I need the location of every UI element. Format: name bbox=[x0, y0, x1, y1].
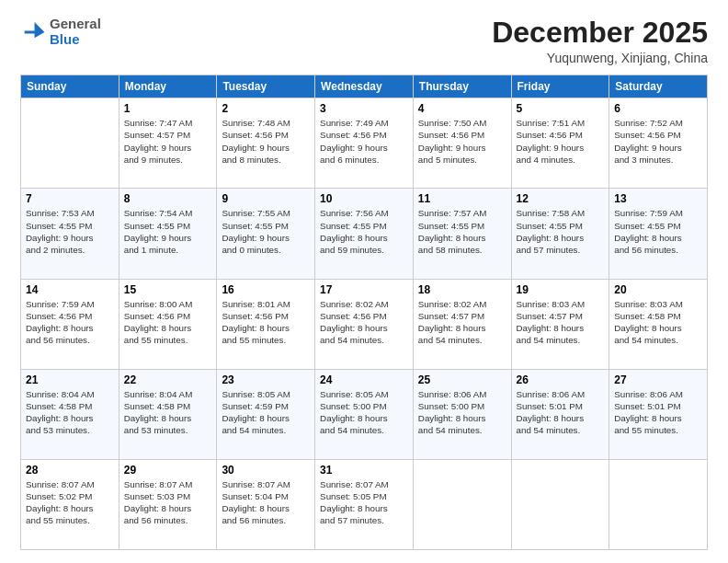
day-info: Sunrise: 7:50 AM Sunset: 4:56 PM Dayligh… bbox=[418, 117, 506, 166]
calendar-week-row: 28Sunrise: 8:07 AM Sunset: 5:02 PM Dayli… bbox=[21, 459, 708, 549]
day-number: 17 bbox=[320, 283, 408, 296]
calendar-day-cell: 17Sunrise: 8:02 AM Sunset: 4:56 PM Dayli… bbox=[315, 279, 414, 369]
calendar-week-row: 7Sunrise: 7:53 AM Sunset: 4:55 PM Daylig… bbox=[21, 189, 708, 279]
calendar-day-cell: 15Sunrise: 8:00 AM Sunset: 4:56 PM Dayli… bbox=[119, 279, 217, 369]
calendar-day-cell: 14Sunrise: 7:59 AM Sunset: 4:56 PM Dayli… bbox=[21, 279, 119, 369]
calendar-day-cell: 18Sunrise: 8:02 AM Sunset: 4:57 PM Dayli… bbox=[413, 279, 511, 369]
logo-icon bbox=[20, 19, 46, 45]
calendar-header-sunday: Sunday bbox=[21, 75, 119, 98]
day-number: 28 bbox=[26, 464, 114, 477]
calendar-day-cell: 5Sunrise: 7:51 AM Sunset: 4:56 PM Daylig… bbox=[511, 98, 609, 189]
day-number: 11 bbox=[418, 192, 506, 205]
day-info: Sunrise: 8:01 AM Sunset: 4:56 PM Dayligh… bbox=[222, 298, 310, 347]
day-number: 10 bbox=[320, 192, 408, 205]
day-info: Sunrise: 8:07 AM Sunset: 5:04 PM Dayligh… bbox=[222, 478, 310, 527]
header: General Blue December 2025 Yuqunweng, Xi… bbox=[20, 17, 708, 65]
calendar-day-cell: 25Sunrise: 8:06 AM Sunset: 5:00 PM Dayli… bbox=[413, 369, 511, 459]
calendar-header-wednesday: Wednesday bbox=[315, 75, 414, 98]
calendar-day-cell: 7Sunrise: 7:53 AM Sunset: 4:55 PM Daylig… bbox=[21, 189, 119, 279]
logo-text: General Blue bbox=[50, 17, 101, 47]
calendar-day-cell: 6Sunrise: 7:52 AM Sunset: 4:56 PM Daylig… bbox=[609, 98, 708, 189]
day-info: Sunrise: 8:03 AM Sunset: 4:57 PM Dayligh… bbox=[517, 298, 605, 347]
calendar-day-cell: 1Sunrise: 7:47 AM Sunset: 4:57 PM Daylig… bbox=[119, 98, 217, 189]
calendar-empty-cell bbox=[413, 459, 511, 549]
calendar-empty-cell bbox=[511, 459, 609, 549]
day-number: 6 bbox=[614, 102, 702, 115]
calendar-day-cell: 29Sunrise: 8:07 AM Sunset: 5:03 PM Dayli… bbox=[119, 459, 217, 549]
day-number: 25 bbox=[418, 373, 506, 386]
day-info: Sunrise: 8:07 AM Sunset: 5:02 PM Dayligh… bbox=[26, 478, 114, 527]
calendar-day-cell: 16Sunrise: 8:01 AM Sunset: 4:56 PM Dayli… bbox=[217, 279, 315, 369]
calendar-day-cell: 20Sunrise: 8:03 AM Sunset: 4:58 PM Dayli… bbox=[609, 279, 708, 369]
day-number: 14 bbox=[26, 283, 114, 296]
day-info: Sunrise: 7:52 AM Sunset: 4:56 PM Dayligh… bbox=[614, 117, 702, 166]
day-number: 20 bbox=[614, 283, 702, 296]
calendar-header-row: SundayMondayTuesdayWednesdayThursdayFrid… bbox=[21, 75, 708, 98]
day-info: Sunrise: 7:49 AM Sunset: 4:56 PM Dayligh… bbox=[320, 117, 408, 166]
calendar-day-cell: 11Sunrise: 7:57 AM Sunset: 4:55 PM Dayli… bbox=[413, 189, 511, 279]
calendar-header-tuesday: Tuesday bbox=[217, 75, 315, 98]
day-info: Sunrise: 8:07 AM Sunset: 5:03 PM Dayligh… bbox=[124, 478, 212, 527]
calendar-day-cell: 12Sunrise: 7:58 AM Sunset: 4:55 PM Dayli… bbox=[511, 189, 609, 279]
calendar-day-cell: 4Sunrise: 7:50 AM Sunset: 4:56 PM Daylig… bbox=[413, 98, 511, 189]
calendar-week-row: 21Sunrise: 8:04 AM Sunset: 4:58 PM Dayli… bbox=[21, 369, 708, 459]
day-number: 19 bbox=[517, 283, 605, 296]
svg-marker-0 bbox=[25, 22, 45, 38]
calendar-week-row: 14Sunrise: 7:59 AM Sunset: 4:56 PM Dayli… bbox=[21, 279, 708, 369]
calendar-day-cell: 3Sunrise: 7:49 AM Sunset: 4:56 PM Daylig… bbox=[315, 98, 414, 189]
day-number: 24 bbox=[320, 373, 408, 386]
day-number: 23 bbox=[222, 373, 310, 386]
day-info: Sunrise: 8:07 AM Sunset: 5:05 PM Dayligh… bbox=[320, 478, 408, 527]
day-info: Sunrise: 7:48 AM Sunset: 4:56 PM Dayligh… bbox=[222, 117, 310, 166]
day-info: Sunrise: 8:00 AM Sunset: 4:56 PM Dayligh… bbox=[124, 298, 212, 347]
day-number: 27 bbox=[614, 373, 702, 386]
day-info: Sunrise: 7:47 AM Sunset: 4:57 PM Dayligh… bbox=[124, 117, 212, 166]
day-info: Sunrise: 7:54 AM Sunset: 4:55 PM Dayligh… bbox=[124, 207, 212, 256]
day-info: Sunrise: 7:59 AM Sunset: 4:56 PM Dayligh… bbox=[26, 298, 114, 347]
day-number: 26 bbox=[517, 373, 605, 386]
day-number: 9 bbox=[222, 192, 310, 205]
calendar-day-cell: 9Sunrise: 7:55 AM Sunset: 4:55 PM Daylig… bbox=[217, 189, 315, 279]
day-number: 31 bbox=[320, 464, 408, 477]
calendar-day-cell: 13Sunrise: 7:59 AM Sunset: 4:55 PM Dayli… bbox=[609, 189, 708, 279]
day-number: 8 bbox=[124, 192, 212, 205]
calendar-day-cell: 28Sunrise: 8:07 AM Sunset: 5:02 PM Dayli… bbox=[21, 459, 119, 549]
day-number: 12 bbox=[517, 192, 605, 205]
day-info: Sunrise: 8:02 AM Sunset: 4:57 PM Dayligh… bbox=[418, 298, 506, 347]
day-number: 13 bbox=[614, 192, 702, 205]
calendar-day-cell: 24Sunrise: 8:05 AM Sunset: 5:00 PM Dayli… bbox=[315, 369, 414, 459]
day-info: Sunrise: 7:56 AM Sunset: 4:55 PM Dayligh… bbox=[320, 207, 408, 256]
calendar-day-cell: 27Sunrise: 8:06 AM Sunset: 5:01 PM Dayli… bbox=[609, 369, 708, 459]
day-info: Sunrise: 8:03 AM Sunset: 4:58 PM Dayligh… bbox=[614, 298, 702, 347]
day-number: 1 bbox=[124, 102, 212, 115]
calendar-header-saturday: Saturday bbox=[609, 75, 708, 98]
day-info: Sunrise: 8:05 AM Sunset: 4:59 PM Dayligh… bbox=[222, 388, 310, 437]
day-number: 5 bbox=[517, 102, 605, 115]
title-block: December 2025 Yuqunweng, Xinjiang, China bbox=[492, 17, 708, 65]
calendar-day-cell: 19Sunrise: 8:03 AM Sunset: 4:57 PM Dayli… bbox=[511, 279, 609, 369]
calendar-day-cell: 31Sunrise: 8:07 AM Sunset: 5:05 PM Dayli… bbox=[315, 459, 414, 549]
calendar-empty-cell bbox=[21, 98, 119, 189]
day-info: Sunrise: 8:04 AM Sunset: 4:58 PM Dayligh… bbox=[26, 388, 114, 437]
day-number: 2 bbox=[222, 102, 310, 115]
day-number: 4 bbox=[418, 102, 506, 115]
logo-blue-text: Blue bbox=[50, 31, 80, 47]
day-number: 15 bbox=[124, 283, 212, 296]
day-info: Sunrise: 7:59 AM Sunset: 4:55 PM Dayligh… bbox=[614, 207, 702, 256]
day-number: 30 bbox=[222, 464, 310, 477]
day-info: Sunrise: 7:57 AM Sunset: 4:55 PM Dayligh… bbox=[418, 207, 506, 256]
day-number: 3 bbox=[320, 102, 408, 115]
day-info: Sunrise: 7:58 AM Sunset: 4:55 PM Dayligh… bbox=[517, 207, 605, 256]
calendar-day-cell: 10Sunrise: 7:56 AM Sunset: 4:55 PM Dayli… bbox=[315, 189, 414, 279]
day-info: Sunrise: 7:53 AM Sunset: 4:55 PM Dayligh… bbox=[26, 207, 114, 256]
day-info: Sunrise: 8:06 AM Sunset: 5:00 PM Dayligh… bbox=[418, 388, 506, 437]
logo-general-text: General bbox=[50, 16, 101, 31]
calendar-header-friday: Friday bbox=[511, 75, 609, 98]
month-title: December 2025 bbox=[492, 17, 708, 49]
day-info: Sunrise: 8:04 AM Sunset: 4:58 PM Dayligh… bbox=[124, 388, 212, 437]
calendar-day-cell: 21Sunrise: 8:04 AM Sunset: 4:58 PM Dayli… bbox=[21, 369, 119, 459]
day-info: Sunrise: 8:05 AM Sunset: 5:00 PM Dayligh… bbox=[320, 388, 408, 437]
calendar-empty-cell bbox=[609, 459, 708, 549]
calendar-week-row: 1Sunrise: 7:47 AM Sunset: 4:57 PM Daylig… bbox=[21, 98, 708, 189]
day-number: 16 bbox=[222, 283, 310, 296]
